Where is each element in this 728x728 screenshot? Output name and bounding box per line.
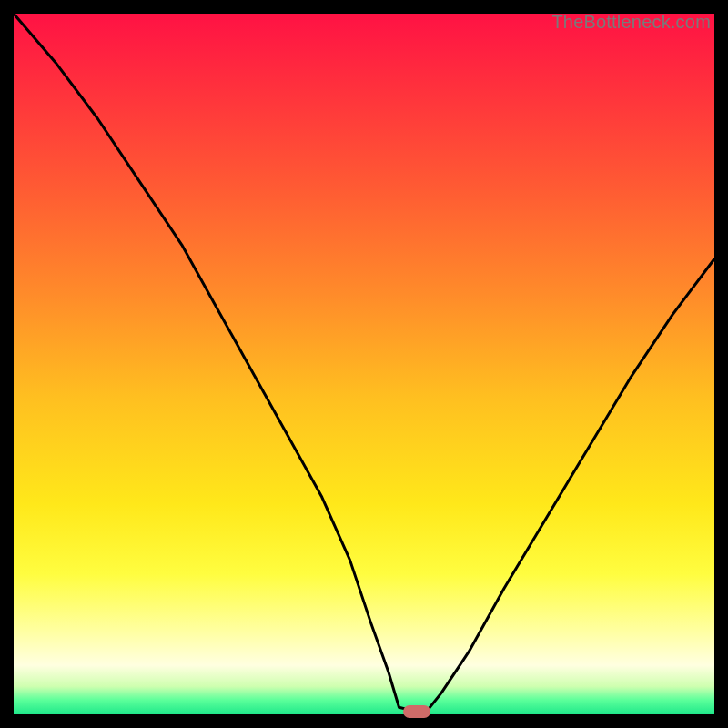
chart-frame: TheBottleneck.com <box>0 0 728 728</box>
bottleneck-marker <box>403 705 430 718</box>
bottleneck-curve-path <box>14 14 714 711</box>
chart-svg <box>14 14 714 714</box>
chart-plot-area: TheBottleneck.com <box>14 14 714 714</box>
